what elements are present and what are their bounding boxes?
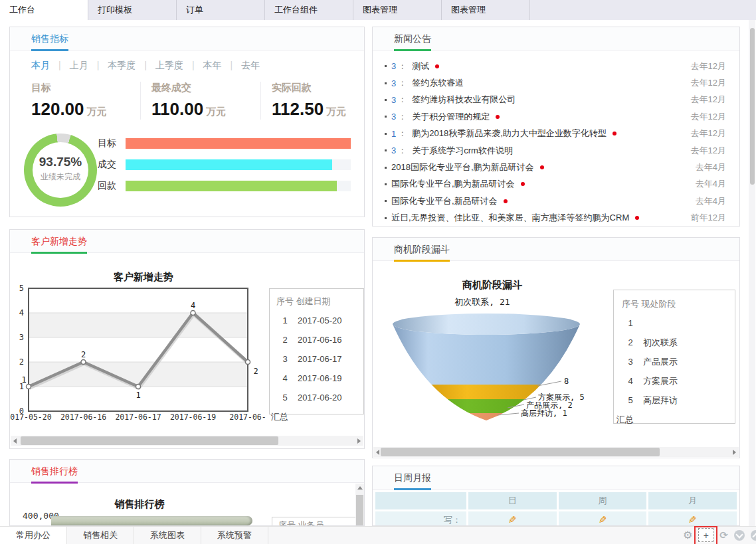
svg-text:4: 4 [191, 301, 195, 310]
news-item[interactable]: 国际化专业平台,新品研讨会去年4月 [385, 193, 726, 209]
row-value: 2017-06-16 [298, 335, 342, 345]
report-header-empty [375, 492, 466, 509]
edit-pencil-icon[interactable] [688, 514, 697, 526]
table-row: 4方案展示 [622, 371, 735, 391]
news-item-number: 3 [391, 95, 396, 105]
svg-text:1: 1 [136, 391, 140, 400]
side-table-header: 序号 创建日期 [276, 292, 363, 311]
bar-row-target: 目标 [10, 138, 351, 149]
scrollbar-thumb[interactable] [21, 436, 278, 445]
scroll-left-arrow[interactable] [376, 450, 379, 455]
top-tab[interactable]: 图表管理 [353, 0, 442, 20]
news-item[interactable]: 3：签约东软睿道去年12月 [385, 74, 726, 91]
bottom-tab[interactable]: 常用办公 [0, 527, 67, 544]
scrollbar-thumb[interactable] [356, 495, 363, 526]
period-tab[interactable]: 本季度 [88, 60, 136, 70]
gear-icon[interactable]: ⚙ [683, 529, 692, 541]
scroll-left-arrow[interactable] [13, 438, 17, 444]
news-item-text: 签约潍坊科技农业有限公司 [412, 94, 516, 106]
row-index: 4 [276, 373, 294, 383]
metric-deal: 最终成交 110.00万元 [140, 82, 260, 120]
svg-text:2: 2 [81, 350, 86, 359]
report-cell [559, 511, 647, 526]
bar-track [126, 159, 351, 170]
row-value: 2017-06-19 [298, 373, 342, 383]
collapse-down-button[interactable] [734, 530, 745, 541]
top-tab[interactable]: 工作台 [0, 0, 88, 20]
chevron-down-icon [736, 531, 743, 538]
panel-customer-trend: 客户新增走势 客户新增走势 0123452017-05-202017-06-16… [9, 229, 365, 449]
panel-header: 日周月报 [373, 466, 739, 490]
news-item-text: 近日,无界投资、佳比亚、和美家居、南方惠泽等签约鹏为CRM [391, 212, 629, 224]
top-tab[interactable]: 工作台组件 [265, 0, 353, 20]
news-item-text: 国际化专业平台,新品研讨会 [391, 195, 498, 207]
plus-icon: + [704, 530, 709, 541]
table-row: 52017-06-20 [276, 388, 363, 407]
period-tab[interactable]: 上月 [50, 60, 88, 70]
collapse-up-button[interactable] [751, 530, 756, 541]
period-tab[interactable]: 上季度 [136, 60, 183, 70]
svg-text:5: 5 [19, 284, 24, 293]
panel-sales-rank: 销售排行榜 销售排行榜 400,000 序号 业务员 [9, 459, 365, 526]
table-row: 1 [622, 314, 735, 333]
period-tab[interactable]: 本月 [31, 60, 50, 70]
funnel-callout-3: 高层拜访, 1 [521, 408, 567, 418]
news-item-number: 3 [391, 78, 396, 88]
news-item[interactable]: 3：测试去年12月 [385, 58, 726, 74]
table-row: 3产品展示 [622, 352, 735, 371]
period-tab[interactable]: 本年 [183, 60, 222, 70]
news-item[interactable]: 国际化专业平台,鹏为新品研讨会去年4月 [385, 176, 726, 193]
report-row-label: 写： [375, 511, 466, 526]
row-index: 2 [622, 337, 639, 347]
scroll-right-arrow[interactable] [733, 450, 736, 455]
metric-label: 实际回款 [272, 82, 365, 94]
panel-title-news: 新闻公告 [394, 33, 431, 51]
row-value: 2017-06-17 [298, 354, 342, 364]
edit-pencil-icon[interactable] [599, 514, 607, 526]
bottom-toolbar-icons: ⚙ + ⟳ [683, 526, 756, 544]
row-value: 2017-06-20 [298, 393, 342, 403]
news-item-colon: ： [398, 94, 407, 106]
table-row: 22017-06-16 [276, 330, 363, 349]
report-table: 日周月写： [375, 492, 737, 526]
add-widget-button[interactable]: + [698, 528, 713, 542]
rank-bar [51, 516, 252, 525]
news-item[interactable]: 近日,无界投资、佳比亚、和美家居、南方惠泽等签约鹏为CRM前年12月 [385, 210, 726, 227]
horizontal-scrollbar [373, 447, 739, 457]
row-index: 5 [622, 395, 639, 405]
panel-title-sales-rank: 销售排行榜 [31, 466, 78, 484]
bottom-tab[interactable]: 系统预警 [201, 527, 268, 544]
news-item[interactable]: 3：关于系统学习crm软件说明去年12月 [385, 142, 726, 159]
scroll-up-arrow[interactable] [357, 486, 363, 490]
news-item[interactable]: 3：关于积分管理的规定去年12月 [385, 108, 726, 125]
news-item-number: 3 [391, 112, 396, 122]
top-tab[interactable]: 打印模板 [88, 0, 177, 20]
edit-pencil-icon[interactable] [508, 514, 517, 526]
bullet-icon [385, 200, 387, 202]
bullet-icon [385, 116, 387, 118]
news-item[interactable]: 2018国际化专业平台,鹏为新品研讨会去年4月 [385, 159, 726, 175]
news-item-text: 测试 [412, 60, 429, 72]
news-item[interactable]: 3：签约潍坊科技农业有限公司去年12月 [385, 92, 726, 108]
top-tab[interactable]: 订单 [177, 0, 265, 20]
news-item-date: 去年12月 [691, 111, 726, 123]
bottom-tab[interactable]: 销售相关 [67, 527, 134, 544]
funnel-side-table: 序号 现处阶段12初次联系3产品展示4方案展示5高层拜访汇总 [613, 290, 735, 424]
news-item[interactable]: 1：鹏为2018秋季新品来袭,助力大中型企业数字化转型去年12月 [385, 126, 726, 142]
row-index: 5 [276, 393, 294, 403]
scrollbar-thumb[interactable] [750, 28, 755, 185]
bar-track [126, 138, 351, 149]
svg-text:2017-05-20: 2017-05-20 [10, 412, 52, 422]
scroll-right-arrow[interactable] [357, 438, 361, 444]
side-table-header: 序号 现处阶段 [622, 294, 735, 314]
refresh-icon[interactable]: ⟳ [719, 529, 728, 541]
period-tab[interactable]: 去年 [222, 60, 260, 70]
metric-value: 112.50万元 [272, 99, 365, 120]
bar-row-payment: 回款 [10, 181, 351, 191]
scrollbar-thumb[interactable] [381, 448, 660, 456]
bottom-tab[interactable]: 系统图表 [134, 527, 201, 544]
top-tab[interactable]: 图表管理 [442, 0, 530, 20]
svg-text:4: 4 [19, 308, 24, 317]
news-item-colon: ： [398, 145, 407, 157]
hot-dot-icon [504, 199, 508, 203]
